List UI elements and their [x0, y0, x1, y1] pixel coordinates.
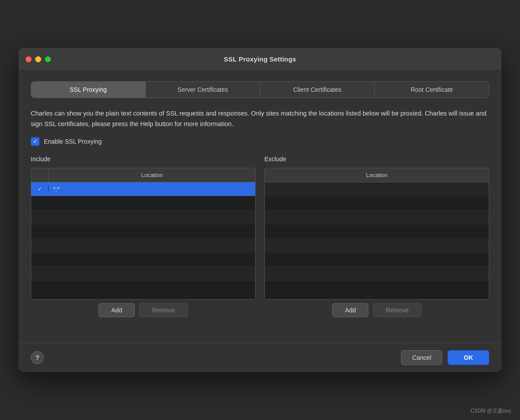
include-table-body[interactable]: ✓ *:*	[31, 182, 255, 299]
cancel-button[interactable]: Cancel	[401, 350, 442, 365]
traffic-lights	[25, 56, 51, 62]
include-buttons: Add Remove	[31, 303, 256, 317]
exclude-label: Exclude	[264, 156, 489, 163]
table-row[interactable]: ✓ *:*	[31, 182, 255, 196]
table-row	[31, 210, 255, 224]
enable-ssl-proxying-row: ✓ Enable SSL Proxying	[31, 137, 489, 146]
enable-ssl-proxying-label: Enable SSL Proxying	[44, 138, 102, 145]
content-area: SSL Proxying Server Certificates Client …	[18, 71, 502, 339]
watermark: CSDN @王森ouc	[470, 407, 511, 415]
tab-ssl-proxying[interactable]: SSL Proxying	[31, 82, 146, 98]
tab-server-certificates[interactable]: Server Certificates	[146, 82, 260, 98]
include-add-button[interactable]: Add	[98, 303, 135, 317]
include-table: Location ✓ *:*	[31, 168, 256, 300]
include-table-header: Location	[31, 168, 255, 182]
titlebar: SSL Proxying Settings	[18, 48, 502, 71]
description-text: Charles can show you the plain text cont…	[31, 109, 489, 129]
table-row	[265, 210, 489, 224]
exclude-group: Exclude Location	[264, 156, 489, 317]
row-checkbox-cell: ✓	[31, 185, 49, 192]
window-title: SSL Proxying Settings	[224, 55, 296, 63]
minimize-button[interactable]	[35, 56, 41, 62]
tab-bar: SSL Proxying Server Certificates Client …	[31, 81, 489, 98]
table-row	[265, 196, 489, 210]
table-row	[265, 281, 489, 295]
table-row	[265, 182, 489, 196]
maximize-button[interactable]	[45, 56, 51, 62]
exclude-add-button[interactable]: Add	[332, 303, 368, 317]
tables-section: Include Location ✓ *:*	[31, 156, 489, 317]
main-window: SSL Proxying Settings SSL Proxying Serve…	[18, 48, 502, 372]
help-button[interactable]: ?	[31, 351, 44, 364]
table-row	[31, 224, 255, 239]
include-location-header: Location	[49, 168, 255, 182]
include-checkbox-col-header	[31, 168, 49, 182]
table-row	[31, 253, 255, 267]
include-group: Include Location ✓ *:*	[31, 156, 256, 317]
action-buttons: Cancel OK	[401, 350, 489, 365]
tab-client-certificates[interactable]: Client Certificates	[260, 82, 375, 98]
exclude-remove-button[interactable]: Remove	[373, 303, 421, 317]
table-row	[265, 267, 489, 281]
exclude-buttons: Add Remove	[264, 303, 489, 317]
exclude-location-header: Location	[265, 168, 489, 182]
table-row	[31, 196, 255, 210]
include-remove-button[interactable]: Remove	[139, 303, 188, 317]
enable-ssl-proxying-checkbox[interactable]: ✓	[31, 137, 40, 146]
exclude-table: Location	[264, 168, 489, 300]
table-row	[265, 239, 489, 253]
ok-button[interactable]: OK	[448, 350, 489, 365]
bottom-bar: ? Cancel OK	[18, 343, 502, 372]
table-row	[31, 267, 255, 281]
checkmark-icon: ✓	[33, 138, 38, 144]
table-row	[31, 239, 255, 253]
exclude-table-body[interactable]	[265, 182, 489, 299]
table-row	[265, 253, 489, 267]
row-check-icon: ✓	[38, 186, 42, 192]
close-button[interactable]	[25, 56, 32, 62]
tab-root-certificate[interactable]: Root Certificate	[375, 82, 489, 98]
include-label: Include	[31, 156, 256, 163]
table-row	[265, 224, 489, 239]
exclude-table-header: Location	[265, 168, 489, 182]
row-checkbox[interactable]: ✓	[36, 185, 43, 192]
row-location: *:*	[49, 183, 255, 195]
